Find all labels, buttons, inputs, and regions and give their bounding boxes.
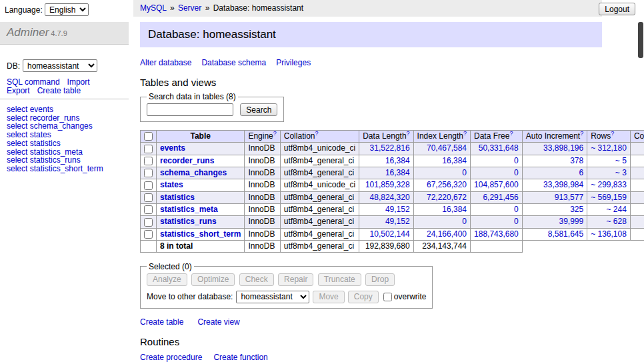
- sidebar-item-select-statistics[interactable]: select statistics: [7, 139, 129, 148]
- index-length-link[interactable]: 67,256,320: [427, 180, 467, 189]
- index-length-link[interactable]: 24,166,400: [427, 229, 467, 239]
- drop-button[interactable]: Drop: [365, 273, 395, 286]
- rows-link[interactable]: ~ 312,180: [591, 143, 627, 153]
- table-name-link[interactable]: statistics: [160, 193, 195, 202]
- auto-increment-link[interactable]: 913,577: [555, 193, 583, 202]
- data-free-link[interactable]: 50,331,648: [479, 143, 519, 153]
- rows-link[interactable]: ~ 5: [615, 156, 627, 165]
- scrollbar-thumb[interactable]: [638, 22, 643, 58]
- index-length-link[interactable]: 72,220,672: [427, 193, 467, 202]
- table-name-cell: schema_changes: [157, 167, 245, 179]
- auto-increment-link[interactable]: 8,581,645: [548, 229, 583, 239]
- data-free-link[interactable]: 0: [514, 156, 519, 165]
- help-link-index-length[interactable]: ?: [463, 130, 467, 137]
- index-length-link[interactable]: 16,384: [442, 156, 467, 165]
- data-length-link[interactable]: 10,502,144: [370, 229, 410, 239]
- language-select[interactable]: English: [45, 3, 89, 16]
- sidebar-link-import[interactable]: Import: [67, 77, 90, 87]
- adminer-logo[interactable]: Adminer: [7, 26, 49, 39]
- table-name-link[interactable]: schema_changes: [160, 168, 227, 177]
- rows-link[interactable]: ~ 136,108: [591, 229, 627, 239]
- auto-increment-link[interactable]: 33,398,984: [543, 180, 583, 189]
- link-create-table[interactable]: Create table: [140, 317, 183, 327]
- row-checkbox[interactable]: [144, 218, 153, 227]
- index-length-link[interactable]: 16,384: [442, 205, 467, 214]
- link-alter-database[interactable]: Alter database: [140, 58, 191, 67]
- data-length-link[interactable]: 31,522,816: [370, 143, 410, 153]
- auto-increment-link[interactable]: 6: [579, 168, 583, 177]
- help-link-collation[interactable]: ?: [315, 130, 318, 137]
- check-button[interactable]: Check: [239, 273, 274, 286]
- auto-increment-link[interactable]: 33,898,196: [543, 143, 583, 153]
- data-free-link[interactable]: 104,857,600: [474, 180, 519, 189]
- data-free-link[interactable]: 0: [514, 217, 519, 226]
- data-length-link[interactable]: 16,384: [385, 168, 410, 177]
- data-length-link[interactable]: 49,152: [385, 205, 410, 214]
- help-link-auto-increment[interactable]: ?: [580, 130, 583, 137]
- help-link-data-free[interactable]: ?: [509, 130, 513, 137]
- optimize-button[interactable]: Optimize: [191, 273, 235, 286]
- index-length-link[interactable]: 0: [462, 168, 467, 177]
- link-database-schema[interactable]: Database schema: [201, 58, 266, 67]
- auto-increment-link[interactable]: 39,999: [559, 217, 583, 226]
- link-privileges[interactable]: Privileges: [276, 58, 311, 67]
- copy-button[interactable]: Copy: [348, 291, 379, 303]
- data-free-link[interactable]: 0: [514, 168, 519, 177]
- row-checkbox[interactable]: [144, 205, 153, 214]
- data-length-link[interactable]: 48,824,320: [370, 193, 410, 202]
- overwrite-checkbox[interactable]: [383, 293, 392, 301]
- overwrite-label[interactable]: overwrite: [394, 292, 427, 301]
- table-name-link[interactable]: states: [160, 180, 183, 189]
- rows-link[interactable]: ~ 569,159: [591, 193, 627, 202]
- auto-increment-link[interactable]: 325: [570, 205, 583, 214]
- rows-link[interactable]: ~ 244: [607, 205, 627, 214]
- link-create-function[interactable]: Create function: [213, 353, 267, 362]
- sidebar-link-export[interactable]: Export: [7, 86, 30, 95]
- rows-link[interactable]: ~ 299,833: [591, 180, 627, 189]
- move-button[interactable]: Move: [313, 291, 344, 303]
- row-checkbox[interactable]: [144, 169, 153, 177]
- help-link-data-length[interactable]: ?: [407, 130, 410, 137]
- row-checkbox[interactable]: [144, 145, 153, 153]
- link-create-procedure[interactable]: Create procedure: [140, 353, 202, 362]
- sidebar-item-select-statistics-short-term[interactable]: select statistics_short_term: [7, 165, 129, 173]
- data-free-link[interactable]: 188,743,680: [474, 229, 519, 239]
- breadcrumb-link-mysql[interactable]: MySQL: [140, 3, 167, 13]
- repair-button[interactable]: Repair: [278, 273, 313, 286]
- sidebar-link-sql-command[interactable]: SQL command: [7, 77, 60, 87]
- data-free-link[interactable]: 0: [514, 205, 519, 214]
- row-checkbox[interactable]: [144, 230, 153, 239]
- data-length-link[interactable]: 101,859,328: [365, 180, 410, 189]
- rows-link[interactable]: ~ 628: [607, 217, 627, 226]
- select-all-checkbox[interactable]: [144, 132, 153, 141]
- row-checkbox[interactable]: [144, 157, 153, 165]
- table-name-link[interactable]: statistics_meta: [160, 205, 218, 214]
- sidebar-item-select-states[interactable]: select states: [7, 131, 129, 139]
- breadcrumb-link-server[interactable]: Server: [178, 3, 201, 13]
- index-length-link[interactable]: 70,467,584: [427, 143, 467, 153]
- truncate-button[interactable]: Truncate: [318, 273, 361, 286]
- table-name-link[interactable]: statistics_runs: [160, 217, 217, 226]
- search-input[interactable]: [147, 103, 233, 116]
- search-button[interactable]: Search: [240, 103, 277, 116]
- index-length-link[interactable]: 0: [462, 217, 467, 226]
- sidebar-item-select-events[interactable]: select events: [7, 105, 129, 114]
- logout-button[interactable]: Logout: [599, 3, 635, 15]
- row-checkbox[interactable]: [144, 193, 153, 202]
- data-free-link[interactable]: 6,291,456: [483, 193, 518, 202]
- table-name-link[interactable]: recorder_runs: [160, 156, 214, 165]
- link-create-view[interactable]: Create view: [197, 317, 239, 327]
- rows-link[interactable]: ~ 3: [615, 168, 627, 177]
- table-name-link[interactable]: statistics_short_term: [160, 229, 241, 239]
- db-select[interactable]: homeassistant: [23, 59, 97, 72]
- help-link-engine[interactable]: ?: [273, 130, 277, 137]
- data-length-link[interactable]: 49,152: [385, 217, 410, 226]
- auto-increment-link[interactable]: 378: [570, 156, 583, 165]
- move-db-select[interactable]: homeassistant: [236, 291, 309, 303]
- data-length-link[interactable]: 16,384: [385, 156, 410, 165]
- sidebar-link-create-table[interactable]: Create table: [37, 86, 81, 95]
- help-link-rows[interactable]: ?: [611, 130, 614, 137]
- row-checkbox[interactable]: [144, 181, 153, 190]
- analyze-button[interactable]: Analyze: [147, 273, 187, 286]
- table-name-link[interactable]: events: [160, 143, 185, 153]
